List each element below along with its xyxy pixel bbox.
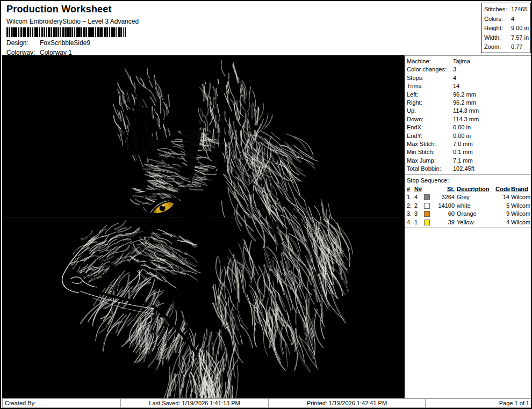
machine-info-row: Trims: 14 (407, 82, 530, 90)
machine-info-row: Max Jump: 7.1 mm (407, 157, 530, 165)
machine-info-label: Right: (407, 99, 453, 107)
thread-description: Orange (455, 210, 495, 218)
col-st: St. (433, 185, 455, 194)
machine-info-row: EndX: 0.00 in (407, 123, 530, 132)
machine-info-label: Trims: (407, 82, 453, 90)
machine-info-row: Left: 96.2 mm (407, 91, 530, 99)
thread-brand: Wilcom (509, 210, 530, 218)
machine-info-label: Color changes: (407, 65, 453, 74)
embroidery-design-canvas (2, 55, 404, 399)
thread-brand: Wilcom (509, 202, 530, 210)
col-code: Code (495, 185, 509, 194)
machine-info-label: Max Jump: (407, 157, 453, 165)
col-n: N# (414, 185, 424, 194)
stitch-count: 3264 (433, 193, 455, 202)
stop-sequence-row: 3. 3 60 Orange 9 Wilcom (407, 210, 530, 218)
machine-info-value: 96.2 mm (453, 91, 476, 99)
col-description: Description (455, 185, 495, 194)
summary-value: 4 (511, 14, 514, 24)
design-name: FoxScribbleSide9 (40, 39, 90, 47)
design-label: Design: (6, 39, 40, 47)
machine-info-row: Machine: Tajima (407, 57, 530, 65)
machine-info-value: 114.3 mm (453, 107, 479, 115)
production-worksheet-page: Production Worksheet Wilcom EmbroiderySt… (0, 0, 532, 409)
stop-sequence-table: # N# St. Description Code Brand 1. 4 326… (405, 185, 532, 229)
machine-info-value: 102.45ft (453, 165, 475, 173)
summary-row: Zoom: 0.77 (484, 42, 530, 52)
machine-info-value: 3 (453, 65, 456, 74)
thread-brand: Wilcom (509, 193, 530, 202)
thread-code: 9 (495, 210, 509, 218)
machine-info-value: 7.0 mm (453, 140, 473, 148)
machine-info-label: Min Stitch: (407, 148, 453, 156)
summary-label: Height: (484, 24, 511, 33)
machine-info-list: Machine: Tajima Color changes: 3 Stops: … (405, 56, 532, 175)
stop-number: 2. (407, 202, 414, 210)
stop-sequence-header-row: # N# St. Description Code Brand (407, 185, 530, 194)
machine-info-row: Right: 96.2 mm (407, 99, 530, 107)
machine-info-row: Color changes: 3 (407, 65, 530, 74)
summary-label: Zoom: (484, 42, 511, 52)
machine-info-label: Down: (407, 115, 453, 123)
col-num: # (407, 185, 414, 194)
summary-label: Stitches: (484, 5, 511, 14)
summary-label: Width: (484, 33, 511, 43)
machine-info-value: 0.00 in (453, 132, 471, 140)
needle-number: 2 (414, 202, 424, 210)
stitch-count: 39 (433, 218, 455, 227)
summary-row: Stitches: 17465 (484, 5, 530, 14)
stitch-count: 14100 (433, 202, 455, 210)
thread-description: white (455, 202, 495, 210)
stop-sequence-row: 4. 1 39 Yellow 4 Wilcom (407, 218, 530, 227)
stop-number: 1. (407, 193, 414, 202)
header: Production Worksheet Wilcom EmbroiderySt… (2, 1, 404, 54)
machine-info-row: Stops: 4 (407, 74, 530, 82)
col-brand: Brand (509, 185, 530, 194)
summary-row: Height: 9.00 in (484, 24, 530, 33)
stop-sequence-title: Stop Sequence: (405, 175, 532, 185)
machine-info-row: EndY: 0.00 in (407, 132, 530, 140)
thread-description: Yellow (455, 218, 495, 227)
stop-sequence-row: 2. 2 14100 white 5 Wilcom (407, 202, 530, 210)
machine-info-row: Up: 114.3 mm (407, 107, 530, 115)
stop-sequence-row: 1. 4 3264 Grey 14 Wilcom (407, 193, 530, 202)
machine-info-row: Max Stitch: 7.0 mm (407, 140, 530, 148)
machine-info-label: Stops: (407, 74, 453, 82)
summary-value: 7.57 in (511, 33, 529, 43)
machine-info-row: Total Bobbin: 102.45ft (407, 165, 530, 173)
thread-code: 5 (495, 202, 509, 210)
machine-info-value: 0.00 in (453, 123, 471, 132)
page-title: Production Worksheet (6, 4, 404, 15)
machine-info-label: EndX: (407, 123, 453, 132)
thread-color-swatch (424, 203, 430, 209)
machine-info-value: Tajima (453, 57, 470, 65)
summary-value: 17465 (511, 5, 528, 14)
thread-code: 4 (495, 218, 509, 227)
thread-description: Grey (455, 193, 495, 202)
summary-row: Width: 7.57 in (484, 33, 530, 43)
created-by-field: Created By: (2, 398, 121, 408)
machine-info-label: Up: (407, 107, 453, 115)
machine-info-value: 7.1 mm (453, 157, 473, 165)
stop-number: 3. (407, 210, 414, 218)
barcode-image (6, 27, 126, 37)
summary-row: Colors: 4 (484, 14, 530, 24)
design-summary-box: Stitches: 17465 Colors: 4 Height: 9.00 i… (481, 3, 531, 53)
machine-info-label: Total Bobbin: (407, 165, 453, 173)
stitch-count: 60 (433, 210, 455, 218)
printed-field: Printed: 1/19/2026 1:42:41 PM (268, 398, 426, 408)
machine-info-value: 114.3 mm (453, 115, 479, 123)
stop-sequence-rows: 1. 4 3264 Grey 14 Wilcom 2. 2 14100 (407, 193, 530, 227)
machine-info-label: Machine: (407, 57, 453, 65)
machine-info-value: 4 (453, 74, 456, 82)
machine-info-label: EndY: (407, 132, 453, 140)
machine-info-row: Down: 114.3 mm (407, 115, 530, 123)
stop-number: 4. (407, 218, 414, 227)
machine-info-row: Min Stitch: 0.1 mm (407, 148, 530, 156)
summary-label: Colors: (484, 14, 511, 24)
summary-value: 0.77 (511, 42, 522, 52)
machine-info-label: Left: (407, 91, 453, 99)
needle-number: 3 (414, 210, 424, 218)
needle-number: 1 (414, 218, 424, 227)
needle-number: 4 (414, 193, 424, 202)
